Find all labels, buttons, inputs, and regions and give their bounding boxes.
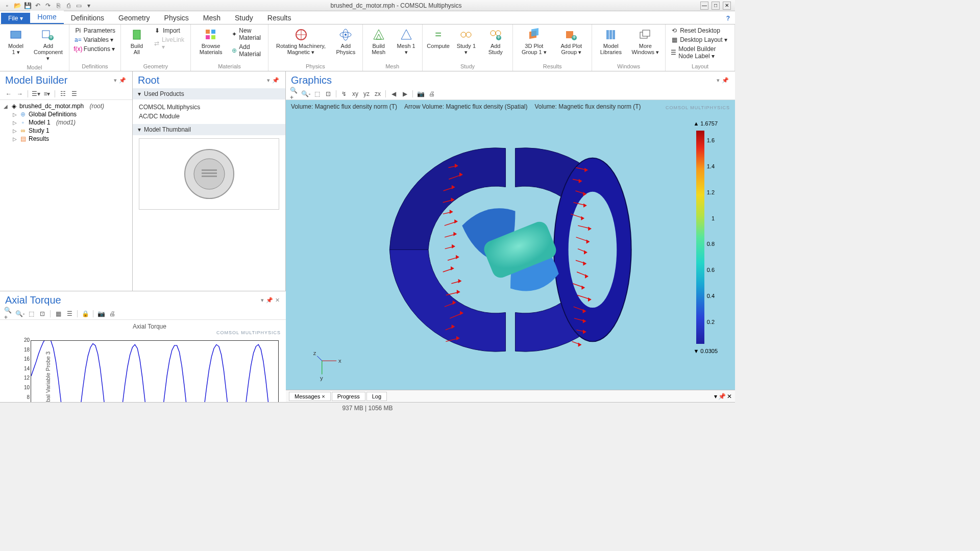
lock-icon[interactable]: 🔒 xyxy=(81,309,90,318)
maximize-button[interactable]: □ xyxy=(712,2,720,10)
list-icon[interactable]: ☰ xyxy=(69,89,79,98)
tree-study1[interactable]: ▷∞Study 1 xyxy=(12,127,129,135)
tab-progress[interactable]: Progress xyxy=(332,392,365,401)
tab-log[interactable]: Log xyxy=(366,392,387,401)
svg-marker-66 xyxy=(452,245,455,248)
pin-icon[interactable]: 📌 xyxy=(265,297,274,304)
file-tab[interactable]: File▾ xyxy=(1,13,30,24)
undo-icon[interactable]: ↶ xyxy=(34,2,42,10)
redo-icon[interactable]: ↷ xyxy=(44,2,52,10)
zoom-extent-icon[interactable]: ⊡ xyxy=(38,309,47,318)
help-icon[interactable]: ? xyxy=(722,13,734,24)
add-study-button[interactable]: +Add Study xyxy=(481,26,509,57)
panel-dropdown-icon[interactable]: ▾ xyxy=(266,77,271,84)
pin-icon[interactable]: 📌 xyxy=(118,77,127,84)
zoom-box-icon[interactable]: ⬚ xyxy=(27,309,36,318)
tab-physics[interactable]: Physics xyxy=(157,12,196,24)
zoom-box-icon[interactable]: ⬚ xyxy=(312,89,322,98)
tab-results[interactable]: Results xyxy=(260,12,299,24)
zoom-in-icon[interactable]: 🔍+ xyxy=(4,309,13,318)
mesh1-button[interactable]: Mesh 1 ▾ xyxy=(394,26,419,57)
tree-results[interactable]: ▷▤Results xyxy=(12,135,129,143)
qat-dropdown-icon[interactable]: ▾ xyxy=(85,2,93,10)
3d-plot-button[interactable]: 3D Plot Group 1 ▾ xyxy=(516,26,552,57)
close-icon[interactable]: ✕ xyxy=(727,393,732,400)
panel-dropdown-icon[interactable]: ▾ xyxy=(260,297,265,304)
show-icon[interactable]: ☰▾ xyxy=(31,89,40,98)
back-icon[interactable]: ← xyxy=(4,89,13,98)
open-icon[interactable]: 📂 xyxy=(13,2,21,10)
camera-icon[interactable]: 📷 xyxy=(416,89,425,98)
browse-materials-button[interactable]: Browse Materials xyxy=(194,26,228,57)
used-products-header[interactable]: ▾Used Products xyxy=(133,88,285,99)
variables-button[interactable]: a=Variables ▾ xyxy=(72,36,117,44)
pin-icon[interactable]: 📌 xyxy=(721,77,730,84)
copy-icon[interactable]: ⎘ xyxy=(54,2,62,10)
physics-interface-button[interactable]: Rotating Machinery, Magnetic ▾ xyxy=(272,26,330,57)
tab-home[interactable]: Home xyxy=(30,11,63,24)
default-view-icon[interactable]: ↯ xyxy=(339,89,349,98)
yz-view-icon[interactable]: yz xyxy=(362,89,371,98)
tree-global-definitions[interactable]: ▷⊕Global Definitions xyxy=(12,110,129,118)
build-mesh-button[interactable]: Build Mesh xyxy=(366,26,391,57)
model-button[interactable]: Model 1 ▾ xyxy=(3,26,29,57)
grid-icon[interactable]: ▦ xyxy=(54,309,63,318)
svg-marker-70 xyxy=(456,256,459,259)
forward-icon[interactable]: → xyxy=(15,89,24,98)
tab-study[interactable]: Study xyxy=(228,12,260,24)
save-icon[interactable]: 💾 xyxy=(23,2,32,10)
thumbnail-header[interactable]: ▾Model Thumbnail xyxy=(133,124,285,135)
zoom-in-icon[interactable]: 🔍+ xyxy=(290,89,299,98)
zoom-out-icon[interactable]: 🔍- xyxy=(301,89,310,98)
compute-button[interactable]: =Compute xyxy=(426,26,451,51)
collapse-icon[interactable]: ☷ xyxy=(58,89,67,98)
next-icon[interactable]: ▶ xyxy=(400,89,409,98)
study1-button[interactable]: Study 1 ▾ xyxy=(453,26,479,57)
import-button[interactable]: ⬇Import xyxy=(152,27,187,35)
tab-geometry[interactable]: Geometry xyxy=(111,12,157,24)
more-windows-button[interactable]: More Windows ▾ xyxy=(628,26,662,57)
pin-icon[interactable]: 📌 xyxy=(271,77,280,84)
colorbar-max: ▲ 1.6757 xyxy=(693,120,718,127)
camera-icon[interactable]: 📷 xyxy=(96,309,106,318)
minimize-button[interactable]: — xyxy=(700,2,708,10)
tab-definitions[interactable]: Definitions xyxy=(64,12,111,24)
pin-icon[interactable]: 📌 xyxy=(718,393,726,400)
xy-view-icon[interactable]: xy xyxy=(351,89,360,98)
close-icon[interactable]: ✕ xyxy=(274,297,281,304)
zoom-out-icon[interactable]: 🔍- xyxy=(15,309,24,318)
panel-dropdown-icon[interactable]: ▾ xyxy=(714,393,717,400)
model-libraries-button[interactable]: Model Libraries xyxy=(595,26,626,57)
close-button[interactable]: ✕ xyxy=(723,2,731,10)
print-icon[interactable]: 🖨 xyxy=(427,89,436,98)
new-material-button[interactable]: ✦New Material xyxy=(230,27,265,42)
build-all-button[interactable]: Build All xyxy=(124,26,150,57)
graphics-viewport[interactable]: Volume: Magnetic flux density norm (T) A… xyxy=(286,100,735,390)
torque-chart[interactable]: Axial Torque COMSOL MULTIPHYSICS -4-2024… xyxy=(0,320,286,402)
group-label-materials: Materials xyxy=(194,62,265,70)
new-icon[interactable]: ▫ xyxy=(3,2,11,10)
expand-icon[interactable]: ≡▾ xyxy=(42,89,52,98)
tab-mesh[interactable]: Mesh xyxy=(196,12,228,24)
legend-icon[interactable]: ☰ xyxy=(65,309,74,318)
delete-icon[interactable]: ▭ xyxy=(75,2,83,10)
add-component-button[interactable]: +Add Component ▾ xyxy=(31,26,66,63)
print-icon[interactable]: 🖨 xyxy=(108,309,117,318)
panel-dropdown-icon[interactable]: ▾ xyxy=(113,77,118,84)
parameters-button[interactable]: PiParameters xyxy=(72,27,117,35)
node-label-button[interactable]: ☰Model Builder Node Label ▾ xyxy=(669,45,731,60)
tree-root[interactable]: ◢◈brushed_dc_motor.mph (root) xyxy=(3,102,129,110)
add-plot-group-button[interactable]: +Add Plot Group ▾ xyxy=(554,26,589,57)
reset-desktop-button[interactable]: ⟲Reset Desktop xyxy=(669,27,731,35)
tree-model1[interactable]: ▷▫Model 1 (mod1) xyxy=(12,118,129,127)
functions-button[interactable]: f(x)Functions ▾ xyxy=(72,45,117,53)
panel-dropdown-icon[interactable]: ▾ xyxy=(716,77,721,84)
zx-view-icon[interactable]: zx xyxy=(373,89,382,98)
prev-icon[interactable]: ◀ xyxy=(389,89,398,98)
add-material-button[interactable]: ⊕Add Material xyxy=(230,43,265,58)
tab-messages[interactable]: Messages × xyxy=(289,392,331,401)
add-physics-button[interactable]: Add Physics xyxy=(332,26,359,57)
desktop-layout-button[interactable]: ▦Desktop Layout ▾ xyxy=(669,36,731,44)
paste-icon[interactable]: ⎙ xyxy=(64,2,72,10)
zoom-extent-icon[interactable]: ⊡ xyxy=(324,89,333,98)
